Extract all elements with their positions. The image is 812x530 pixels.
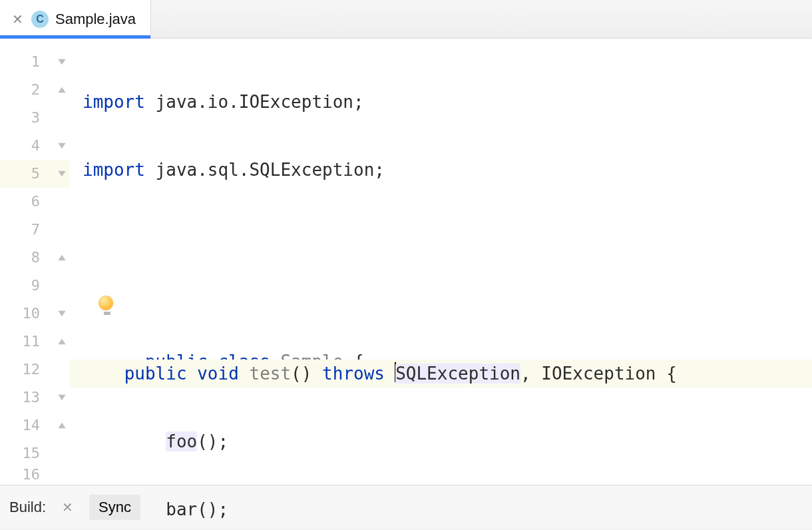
intention-bulb-icon[interactable] xyxy=(99,296,116,313)
line-number: 11 xyxy=(0,328,69,356)
svg-marker-7 xyxy=(58,395,65,400)
svg-marker-0 xyxy=(58,59,65,65)
fold-close-icon[interactable] xyxy=(57,253,67,262)
code-line[interactable]: public void test() throws SQLException, … xyxy=(69,360,812,388)
editor-tabbar: ✕ C Sample.java xyxy=(0,0,812,39)
close-tab-icon[interactable]: ✕ xyxy=(11,11,25,27)
svg-marker-1 xyxy=(58,87,65,93)
code-text-area[interactable]: import java.io.IOException; import java.… xyxy=(69,39,812,485)
fold-open-icon[interactable] xyxy=(57,57,67,67)
line-number: 3 xyxy=(0,104,69,132)
fold-close-icon[interactable] xyxy=(57,337,67,346)
line-number-gutter: 1 2 3 4 5 6 7 8 9 10 xyxy=(0,39,69,485)
line-number: 7 xyxy=(0,216,69,244)
line-number: 12 xyxy=(0,356,69,384)
line-number: 16 xyxy=(0,467,69,482)
code-line[interactable]: import java.io.IOException; xyxy=(69,88,812,116)
svg-marker-2 xyxy=(58,143,65,148)
line-number: 8 xyxy=(0,244,69,272)
svg-marker-3 xyxy=(58,171,65,176)
line-number: 15 xyxy=(0,439,69,467)
fold-open-icon[interactable] xyxy=(57,169,67,178)
line-number: 1 xyxy=(0,48,69,76)
code-line[interactable]: import java.sql.SQLException; xyxy=(69,156,812,184)
line-number: 14 xyxy=(0,411,69,439)
tab-filename: Sample.java xyxy=(55,11,136,28)
code-line[interactable]: bar(); xyxy=(69,495,812,523)
line-number: 10 xyxy=(0,300,69,328)
svg-marker-6 xyxy=(58,339,65,344)
code-line[interactable]: public class Sample { xyxy=(69,292,812,320)
line-number: 4 xyxy=(0,132,69,160)
fold-open-icon[interactable] xyxy=(57,141,67,150)
line-number: 2 xyxy=(0,76,69,104)
line-number: 13 xyxy=(0,384,69,411)
fold-close-icon[interactable] xyxy=(57,421,67,430)
line-number: 5 xyxy=(0,160,69,188)
line-number: 6 xyxy=(0,188,69,216)
code-editor[interactable]: 1 2 3 4 5 6 7 8 9 10 xyxy=(0,39,812,485)
code-line[interactable]: foo(); xyxy=(69,427,812,455)
java-class-icon: C xyxy=(31,11,49,28)
fold-open-icon[interactable] xyxy=(57,309,67,318)
line-number: 9 xyxy=(0,272,69,300)
fold-close-icon[interactable] xyxy=(57,85,67,95)
svg-marker-5 xyxy=(58,311,65,316)
code-line[interactable] xyxy=(69,224,812,252)
fold-open-icon[interactable] xyxy=(57,393,67,402)
svg-marker-4 xyxy=(58,255,65,260)
svg-marker-8 xyxy=(58,423,65,428)
build-panel-title: Build: xyxy=(9,499,46,516)
editor-tab[interactable]: ✕ C Sample.java xyxy=(0,0,151,38)
